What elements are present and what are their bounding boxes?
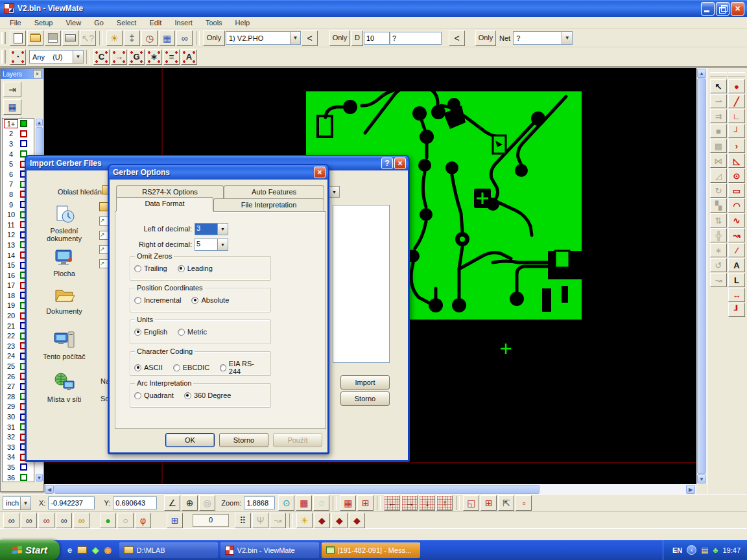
chevron-down-icon[interactable]: ▼ bbox=[217, 239, 228, 250]
place-recent-documents[interactable]: Poslední dokumenty bbox=[34, 205, 94, 242]
radio-metric[interactable]: Metric bbox=[178, 328, 207, 336]
prev-dcode-button[interactable]: < bbox=[449, 30, 465, 46]
stretch-move-button[interactable]: ↝ bbox=[270, 513, 286, 528]
pan-up-button[interactable]: ↑ bbox=[436, 495, 453, 511]
radio-360-degree[interactable]: 360 Degree bbox=[184, 391, 231, 399]
tab-data-format[interactable]: Data Format bbox=[116, 197, 213, 211]
scroll-up-button[interactable]: ▲ bbox=[36, 119, 43, 126]
cancel-button[interactable]: Storno bbox=[340, 391, 390, 406]
radio-absolute[interactable]: Absolute bbox=[191, 296, 229, 304]
stretch-button[interactable]: ⇱ bbox=[498, 495, 514, 511]
radio-leading[interactable]: Leading bbox=[178, 264, 213, 272]
draw-sketch-tool[interactable]: ↝ bbox=[728, 228, 745, 242]
draw-polyline-tool[interactable]: ∟ bbox=[728, 109, 745, 123]
layer-color-swatch[interactable] bbox=[20, 463, 27, 471]
close-icon[interactable]: × bbox=[33, 70, 42, 78]
scroll-right-button[interactable]: ▶ bbox=[686, 485, 695, 494]
pan-left-button[interactable]: ← bbox=[384, 495, 400, 511]
view-outline-button[interactable]: ∞ bbox=[56, 513, 72, 528]
grid-fine-button[interactable]: ▦ bbox=[340, 495, 356, 511]
layer-color-swatch[interactable] bbox=[20, 130, 27, 137]
view-sketch-button[interactable]: ∞ bbox=[73, 513, 89, 528]
dcode-table-button[interactable]: ⊞ bbox=[167, 513, 183, 528]
collapse-tray-button[interactable]: ‹ bbox=[687, 545, 696, 555]
draw-rectangle-tool[interactable]: ▭ bbox=[728, 183, 745, 198]
select-trace-button[interactable]: = bbox=[163, 49, 180, 65]
lamp-probe-button[interactable]: φ bbox=[135, 513, 151, 528]
draw-circle-tool[interactable]: ⊙ bbox=[728, 169, 745, 183]
layer-color-swatch[interactable] bbox=[20, 474, 27, 481]
shear-tool[interactable]: ▚ bbox=[710, 198, 727, 213]
apply-button[interactable]: Použít bbox=[273, 433, 322, 447]
mirror-tool[interactable]: ◿ bbox=[710, 169, 727, 183]
flip-tool[interactable]: ⋈ bbox=[710, 154, 727, 168]
radio-english[interactable]: English bbox=[134, 328, 167, 336]
diamond-corner-button[interactable]: ◆ bbox=[349, 513, 365, 528]
measure-view-button[interactable]: ∞ bbox=[176, 30, 193, 46]
view-pads-button[interactable]: ∞ bbox=[3, 513, 19, 528]
pointer-tool[interactable]: ↖ bbox=[710, 79, 727, 93]
undo-tool[interactable]: ↺ bbox=[710, 258, 727, 272]
only-dcode-button[interactable]: Only bbox=[329, 30, 350, 46]
layers-panel-titlebar[interactable]: Layers × bbox=[1, 69, 43, 79]
menu-view[interactable]: View bbox=[61, 18, 86, 28]
anchor-button[interactable]: Ψ bbox=[252, 513, 268, 528]
layer-table-button[interactable]: ▦ bbox=[3, 99, 21, 115]
restore-button[interactable] bbox=[716, 2, 729, 16]
flash-marker-button[interactable]: ☀ bbox=[296, 513, 313, 528]
layer-row-36[interactable]: 36 bbox=[3, 472, 34, 482]
menu-setup[interactable]: Setup bbox=[30, 18, 58, 28]
view-traces-button[interactable]: ∞ bbox=[21, 513, 37, 528]
rotate-tool[interactable]: ↻ bbox=[710, 183, 727, 198]
radio-eia-rs244[interactable]: EIA RS-244 bbox=[220, 360, 260, 375]
menu-tools[interactable]: Tools bbox=[201, 18, 227, 28]
radar-button[interactable]: ◎ bbox=[199, 495, 215, 511]
grid-coarse-button[interactable]: ⊞ bbox=[357, 495, 374, 511]
view-filled-button[interactable]: ∞ bbox=[38, 513, 54, 528]
ok-button[interactable]: OK bbox=[165, 433, 215, 447]
task-dmlab[interactable]: D:\MLAB bbox=[119, 542, 218, 558]
diamond-marker-button[interactable]: ◆ bbox=[314, 513, 330, 528]
tray-notes-icon[interactable]: ▤ bbox=[701, 546, 708, 555]
start-button[interactable]: Start bbox=[0, 540, 60, 560]
right-of-decimal-select[interactable]: 5 ▼ bbox=[195, 239, 228, 251]
move-multi-tool[interactable]: ⇉ bbox=[710, 109, 727, 123]
view-extents-button[interactable]: ⊞ bbox=[480, 495, 497, 511]
select-group-button[interactable]: G bbox=[128, 49, 145, 65]
prev-layer-button[interactable]: < bbox=[302, 30, 318, 46]
clock[interactable]: 19:47 bbox=[722, 546, 741, 554]
layer-select[interactable]: 1) V2.PHO ▼ bbox=[226, 31, 301, 45]
dot-grid-button[interactable]: ⠿ bbox=[235, 513, 251, 528]
close-button[interactable]: × bbox=[394, 158, 406, 169]
chevron-down-icon[interactable]: ▼ bbox=[562, 32, 572, 44]
layer-color-swatch[interactable] bbox=[20, 140, 27, 147]
layer-row-2[interactable]: 2 bbox=[3, 129, 34, 139]
vertical-scrollbar[interactable]: ▲ ▼ bbox=[696, 68, 707, 484]
diamond-rotate-button[interactable]: ◆ bbox=[331, 513, 348, 528]
task-message[interactable]: [191-482-091] - Mess... bbox=[322, 542, 420, 558]
aperture-select[interactable]: Any (U) ▼ bbox=[29, 50, 84, 64]
angle-measure-button[interactable]: ∠ bbox=[164, 495, 180, 511]
dialog-titlebar[interactable]: Gerber Options × bbox=[109, 165, 328, 180]
select-area-button[interactable]: ▫ bbox=[516, 495, 532, 511]
print-button[interactable] bbox=[62, 30, 78, 46]
insert-layer-button[interactable]: ⇥ bbox=[3, 82, 21, 97]
zoom-grid-button[interactable]: ▩ bbox=[296, 495, 312, 511]
scroll-down-button[interactable]: ▼ bbox=[697, 474, 706, 484]
radio-ebcdic[interactable]: EBCDIC bbox=[173, 360, 210, 375]
tab-auto-features[interactable]: Auto Features bbox=[224, 185, 324, 198]
reroute-tool[interactable]: ↝ bbox=[710, 273, 727, 287]
film-colors-button[interactable]: ▦ bbox=[159, 30, 175, 46]
new-file-button[interactable] bbox=[10, 30, 26, 46]
lamp-off-button[interactable]: ○ bbox=[117, 513, 134, 528]
transform-tool[interactable]: ╬ bbox=[710, 228, 727, 242]
pan-right-button[interactable]: → bbox=[401, 495, 418, 511]
dcode-button[interactable]: D bbox=[351, 30, 363, 46]
task-viewmate[interactable]: V2.bin - ViewMate bbox=[220, 542, 319, 558]
minimize-button[interactable] bbox=[701, 2, 715, 16]
close-button[interactable]: × bbox=[314, 167, 326, 178]
tab-file-interpretation[interactable]: File Interpretation bbox=[213, 198, 324, 211]
draw-curve-tool[interactable]: ∿ bbox=[728, 213, 745, 228]
measure-tool[interactable]: ↔ bbox=[728, 288, 745, 302]
zoom-selection-button[interactable]: ◌ bbox=[313, 495, 329, 511]
